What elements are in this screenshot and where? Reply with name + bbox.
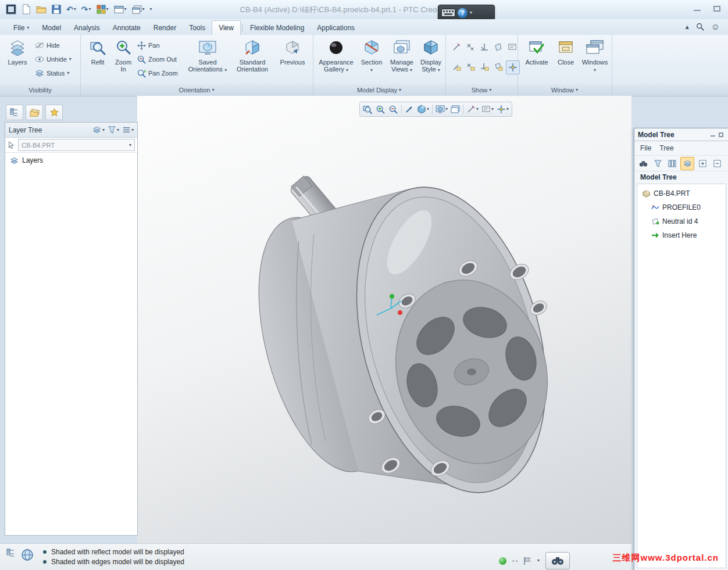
gt-annotation-display-button[interactable]: ▾ <box>480 103 495 116</box>
pan-zoom-button[interactable]: Pan Zoom <box>137 67 178 79</box>
layer-filter-button[interactable]: ▾ <box>108 126 119 134</box>
windows-button[interactable]: Windows▾ <box>580 37 609 83</box>
layers-tree-item[interactable]: Layers <box>5 153 137 168</box>
layers-button[interactable]: Layers <box>5 37 30 83</box>
minimize-button[interactable] <box>692 5 702 13</box>
status-button[interactable]: Status ▾ <box>35 67 69 79</box>
model-display-group-label[interactable]: Model Display▾ <box>313 84 446 96</box>
tab-analysis[interactable]: Analysis <box>67 21 106 35</box>
mtree-columns-button[interactable] <box>666 157 679 170</box>
manage-views-button[interactable]: Manage Views ▾ <box>387 37 416 83</box>
flag-dropdown-icon[interactable]: ▾ <box>537 558 540 563</box>
model-tree-menu-tree[interactable]: Tree <box>659 144 673 152</box>
show-axis-tags-button[interactable] <box>450 60 463 73</box>
collapse-ribbon-icon[interactable]: ▴ <box>686 23 689 30</box>
undo-dropdown[interactable]: ▾ <box>74 7 76 12</box>
search-model-button[interactable] <box>545 552 570 569</box>
mtree-search-button[interactable] <box>637 157 650 170</box>
browser-toggle-icon[interactable] <box>21 549 34 561</box>
window-close-button[interactable]: ▾ <box>113 3 128 16</box>
gt-view-manager-button[interactable] <box>449 103 461 116</box>
window-dropdown[interactable]: ▾ <box>124 7 127 12</box>
regenerate-button[interactable]: ▾ <box>95 3 110 16</box>
gt-datum-display-button[interactable]: ▾ <box>465 103 480 116</box>
status-dropdown[interactable]: ▾ <box>67 71 69 76</box>
show-points-button[interactable] <box>464 41 477 53</box>
pan-button[interactable]: Pan <box>137 40 160 51</box>
show-planes-button[interactable] <box>492 41 505 53</box>
model-tree-menu-file[interactable]: File <box>640 144 651 152</box>
undo-button[interactable]: ↶ ▾ <box>65 3 77 16</box>
gt-zoom-out-button[interactable] <box>387 103 399 116</box>
show-annotations-button[interactable] <box>506 41 519 53</box>
mtree-show-button[interactable] <box>680 157 694 170</box>
show-csys-button[interactable] <box>478 41 491 53</box>
app-menu-button[interactable] <box>5 3 17 16</box>
section-button[interactable]: Section▾ <box>358 37 385 83</box>
maximize-button[interactable] <box>712 5 722 13</box>
unhide-dropdown[interactable]: ▾ <box>69 57 72 62</box>
appearance-gallery-button[interactable]: Appearance Gallery ▾ <box>317 37 355 83</box>
tree-item-part[interactable]: CB-B4.PRT <box>637 187 726 200</box>
layer-model-combo[interactable]: CB-B4.PRT ▾ <box>18 139 135 151</box>
open-file-button[interactable] <box>35 3 48 16</box>
ime-help-icon[interactable]: ? <box>458 8 468 18</box>
customize-qat-button[interactable]: ▾ <box>149 3 154 16</box>
zoom-out-button[interactable]: Zoom Out <box>137 53 177 65</box>
navigator-toggle-icon[interactable] <box>6 549 16 558</box>
tab-annotate[interactable]: Annotate <box>106 21 147 35</box>
gt-display-style-button[interactable]: ▾ <box>416 103 430 116</box>
orientation-group-label[interactable]: Orientation▾ <box>80 84 313 96</box>
mtree-filter-button[interactable] <box>651 157 664 170</box>
standard-orientation-button[interactable]: Standard Orientation <box>230 37 274 83</box>
tree-item-profile[interactable]: PROEFILE0 <box>637 200 726 214</box>
zoom-in-button[interactable]: Zoom In <box>112 37 135 83</box>
model-tree-minimize-button[interactable] <box>709 131 717 138</box>
navtab-model-tree[interactable] <box>6 105 23 120</box>
redo-dropdown[interactable]: ▾ <box>88 7 91 12</box>
close-button[interactable]: Close <box>554 37 578 83</box>
tree-item-neutral[interactable]: Neutral id 4 <box>637 214 726 228</box>
show-axes-button[interactable] <box>450 41 463 53</box>
mtree-collapse-button[interactable] <box>711 157 723 170</box>
new-file-button[interactable] <box>20 3 32 16</box>
tab-tools[interactable]: Tools <box>183 21 212 35</box>
save-button[interactable] <box>51 3 62 16</box>
layer-stack-button[interactable]: ▾ <box>92 126 105 134</box>
gt-saved-orientations-button[interactable]: ▾ <box>434 103 449 116</box>
gt-spin-center-button[interactable]: ▾ <box>495 103 510 116</box>
layer-list-button[interactable]: ▾ <box>123 126 134 134</box>
show-group-label[interactable]: Show▾ <box>445 84 518 96</box>
search-icon[interactable] <box>696 23 704 31</box>
select-arrow-icon[interactable] <box>8 141 16 149</box>
model-tree-titlebar[interactable]: Model Tree <box>634 128 728 141</box>
navtab-folder-browser[interactable] <box>26 105 43 120</box>
gt-zoom-in-button[interactable] <box>374 103 387 116</box>
redo-button[interactable]: ↷ ▾ <box>80 3 92 16</box>
new-window-button[interactable]: ▾ <box>131 3 146 16</box>
community-icon[interactable]: ☺ <box>711 22 720 31</box>
flag-icon[interactable] <box>523 557 531 565</box>
ime-toolbar[interactable]: ? ▾ <box>438 5 495 21</box>
ime-dropdown[interactable]: ▾ <box>470 10 472 15</box>
tab-applications[interactable]: Applications <box>311 21 361 35</box>
mtree-expand-button[interactable] <box>696 157 709 170</box>
display-style-button[interactable]: Display Style ▾ <box>417 37 444 83</box>
navtab-favorites[interactable] <box>45 105 63 120</box>
tab-view[interactable]: View <box>212 20 241 35</box>
show-point-tags-button[interactable] <box>464 60 477 73</box>
new-window-dropdown[interactable]: ▾ <box>142 7 145 12</box>
gt-refit-button[interactable] <box>362 103 374 116</box>
tab-file[interactable]: File ▾ <box>7 21 35 35</box>
saved-orientations-button[interactable]: Saved Orientations ▾ <box>187 37 228 83</box>
activate-button[interactable]: Activate <box>522 37 551 83</box>
regenerate-dropdown[interactable]: ▾ <box>106 7 109 12</box>
previous-button[interactable]: Previous <box>276 37 309 83</box>
gt-repaint-button[interactable] <box>404 103 415 116</box>
window-group-label[interactable]: Window▾ <box>518 84 612 96</box>
tree-item-insert-here[interactable]: Insert Here <box>637 228 726 242</box>
graphics-canvas[interactable] <box>137 96 631 543</box>
show-plane-tags-button[interactable] <box>492 60 505 73</box>
unhide-button[interactable]: Unhide ▾ <box>35 53 72 65</box>
hide-button[interactable]: Hide <box>35 40 60 51</box>
